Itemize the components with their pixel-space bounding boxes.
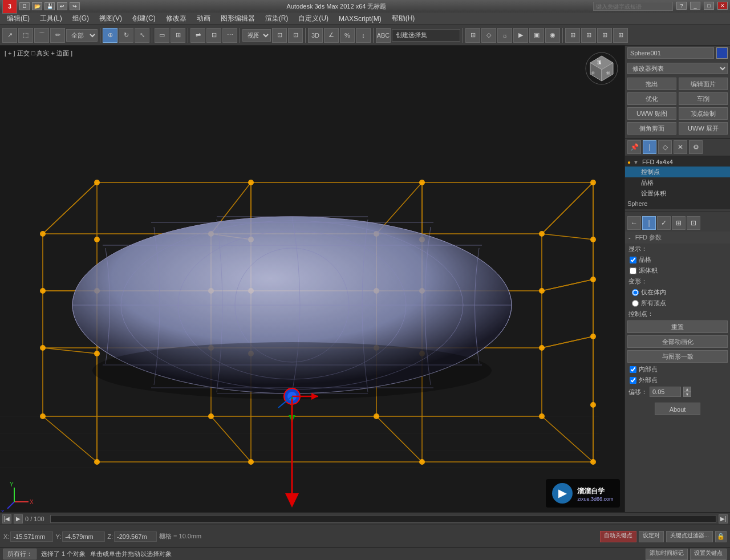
ffd-section-collapse[interactable]: - xyxy=(628,234,631,241)
app-logo[interactable]: 3 xyxy=(2,0,17,14)
track-progress[interactable] xyxy=(50,515,716,523)
play-btn[interactable]: ▶ xyxy=(14,514,23,524)
spinner-snap[interactable]: ↕ xyxy=(356,28,371,43)
jing-ge-checkbox[interactable] xyxy=(630,257,636,263)
tool-icon5[interactable]: ⊡ xyxy=(687,216,700,230)
select-rotate[interactable]: ↻ xyxy=(119,28,133,43)
lock-btn[interactable]: 🔒 xyxy=(715,531,727,542)
menu-group[interactable]: 组(G) xyxy=(68,13,94,25)
z-input[interactable] xyxy=(114,531,157,542)
configure-btn[interactable]: ⚙ xyxy=(689,140,703,154)
menu-edit[interactable]: 编辑(E) xyxy=(2,13,34,25)
menu-help[interactable]: 帮助(H) xyxy=(387,13,420,25)
remove-mod-btn[interactable]: ✕ xyxy=(674,140,687,154)
about-button[interactable]: About xyxy=(655,403,700,415)
menu-create[interactable]: 创建(C) xyxy=(128,13,160,25)
extra3[interactable]: ⊞ xyxy=(597,28,612,43)
vert-paint-btn[interactable]: 顶点绘制 xyxy=(679,107,728,120)
select-tool[interactable]: ↗ xyxy=(2,28,17,43)
set-key-btn2[interactable]: 设置关键点 xyxy=(690,549,727,560)
offset-down-arrow[interactable]: ▼ xyxy=(683,392,691,397)
named-selection-input[interactable]: 创建选择集 xyxy=(392,29,460,42)
lasso-select[interactable]: ⌒ xyxy=(34,28,49,43)
undo-btn[interactable]: ↩ xyxy=(57,2,67,10)
paint-select[interactable]: ✏ xyxy=(50,28,65,43)
radio-jin-zai-ti-nei-input[interactable] xyxy=(632,289,639,296)
prev-frame-btn[interactable]: |◀ xyxy=(2,514,11,524)
lathe-btn[interactable]: 车削 xyxy=(679,92,728,105)
menu-graph-editor[interactable]: 图形编辑器 xyxy=(216,13,259,25)
activeshade[interactable]: ◉ xyxy=(545,28,560,43)
menu-customize[interactable]: 自定义(U) xyxy=(294,13,333,25)
control-point-item[interactable]: 控制点 xyxy=(625,167,730,177)
uvw-map-btn[interactable]: UWW 贴图 xyxy=(627,107,676,120)
tool-icon1[interactable]: ← xyxy=(627,216,641,230)
extra1[interactable]: ⊞ xyxy=(565,28,580,43)
menu-maxscript[interactable]: MAXScript(M) xyxy=(334,14,386,24)
redo-btn[interactable]: ↪ xyxy=(70,2,80,10)
window-crossing[interactable]: ⊞ xyxy=(171,28,185,43)
nei-bu-checkbox[interactable] xyxy=(630,366,636,373)
wai-bu-checkbox[interactable] xyxy=(630,377,636,384)
x-input[interactable] xyxy=(10,531,53,542)
save-btn[interactable]: 💾 xyxy=(44,2,55,10)
radio-suo-you-input[interactable] xyxy=(632,300,639,307)
pivot[interactable]: ⊡ xyxy=(272,28,287,43)
open-btn[interactable]: 📂 xyxy=(32,2,42,10)
object-name-input[interactable] xyxy=(627,47,714,59)
rect-select[interactable]: ▭ xyxy=(155,28,169,43)
yuan-ti-ji-checkbox[interactable] xyxy=(630,267,636,274)
render-frame[interactable]: ▣ xyxy=(529,28,544,43)
ffd-expand[interactable]: ▼ xyxy=(633,159,640,165)
filter-dropdown[interactable]: 全部 xyxy=(66,29,98,42)
menu-animation[interactable]: 动画 xyxy=(192,13,215,25)
uvw-unwrap-btn[interactable]: UWW 展开 xyxy=(679,122,728,135)
y-input[interactable] xyxy=(62,531,105,542)
close-btn[interactable]: ✕ xyxy=(717,2,728,10)
tool-icon3[interactable]: ✓ xyxy=(657,216,671,230)
select-scale[interactable]: ⤡ xyxy=(135,28,149,43)
pin-icon-btn[interactable]: 📌 xyxy=(627,140,641,154)
percent-snap[interactable]: % xyxy=(340,28,355,43)
menu-render[interactable]: 渲染(R) xyxy=(261,13,293,25)
menu-tools[interactable]: 工具(L) xyxy=(35,13,67,25)
conform-btn[interactable]: 与图形一致 xyxy=(627,350,728,363)
extra4[interactable]: ⊞ xyxy=(613,28,628,43)
schematic-view[interactable]: ⊞ xyxy=(465,28,480,43)
menu-modifier[interactable]: 修改器 xyxy=(161,13,191,25)
menu-view[interactable]: 视图(V) xyxy=(95,13,127,25)
bevel-btn[interactable]: 侧角剪面 xyxy=(627,122,676,135)
render-setup[interactable]: ☼ xyxy=(497,28,512,43)
modifier-dropdown[interactable]: 修改器列表 xyxy=(627,63,728,74)
spacing[interactable]: ⋯ xyxy=(222,28,237,43)
view-dropdown[interactable]: 视图 xyxy=(242,29,271,42)
search-input[interactable] xyxy=(593,2,673,11)
help-btn[interactable]: ? xyxy=(676,2,687,10)
sphere-item[interactable]: Sphere xyxy=(625,199,730,208)
reset-btn[interactable]: 重置 xyxy=(627,320,728,333)
select-region[interactable]: ⬚ xyxy=(18,28,33,43)
make-unique-btn[interactable]: ◇ xyxy=(658,140,672,154)
auto-key-btn[interactable]: 自动关键点 xyxy=(600,531,636,542)
object-color-swatch[interactable] xyxy=(716,47,728,59)
optimize-btn[interactable]: 优化 xyxy=(627,92,676,105)
angle-snap[interactable]: ∠ xyxy=(324,28,339,43)
tuo-chu-btn[interactable]: 拖出 xyxy=(627,78,676,90)
ffd-modifier-item[interactable]: ● ▼ FFD 4x4x4 xyxy=(625,157,730,167)
maximize-btn[interactable]: □ xyxy=(704,2,714,10)
tool-icon2[interactable]: | xyxy=(642,216,656,230)
viewport-nav-cube[interactable]: 顶 前 侧 xyxy=(585,51,619,86)
jing-ge-item[interactable]: 晶格 xyxy=(625,177,730,188)
edit-patch-btn[interactable]: 编辑面片 xyxy=(679,78,728,90)
quick-render[interactable]: ▶ xyxy=(513,28,528,43)
align[interactable]: ⊟ xyxy=(206,28,221,43)
snap-toggle[interactable]: 3D xyxy=(308,28,323,43)
material-editor[interactable]: ◇ xyxy=(481,28,496,43)
pivot2[interactable]: ⊡ xyxy=(288,28,303,43)
extra2[interactable]: ⊞ xyxy=(581,28,596,43)
minimize-btn[interactable]: _ xyxy=(690,2,700,10)
set-key-btn[interactable]: 设定对 xyxy=(639,531,664,542)
offset-input[interactable] xyxy=(650,387,681,397)
offset-up-arrow[interactable]: ▲ xyxy=(683,387,691,392)
viewport[interactable]: [ + ] 正交 □ 真实 + 边面 ] xyxy=(0,46,624,512)
